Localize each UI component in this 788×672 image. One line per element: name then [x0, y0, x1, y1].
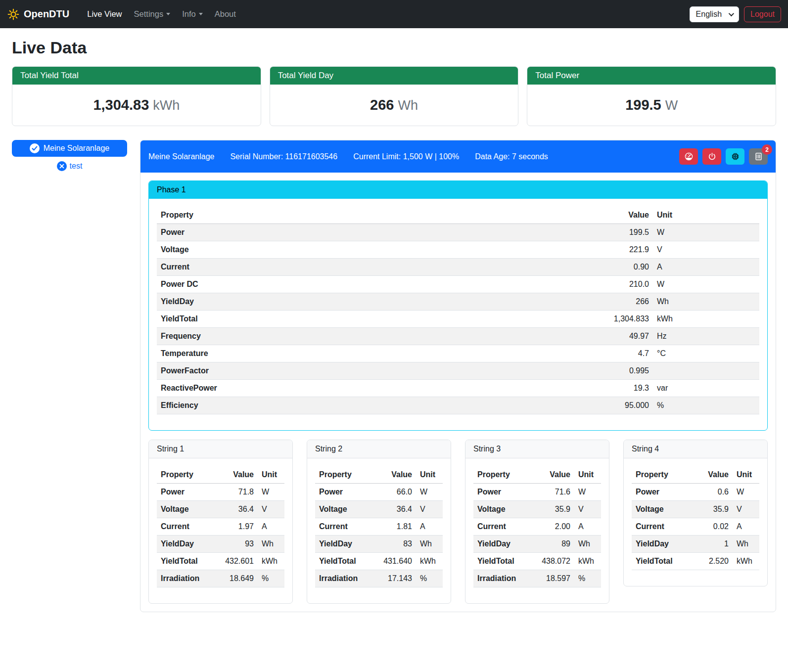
- inverter-select-label: Meine Solaranlage: [44, 144, 109, 153]
- property-cell: YieldDay: [157, 536, 215, 553]
- column-property: Property: [315, 466, 373, 484]
- summary-card-total-yield-day: Total Yield Day 266Wh: [270, 66, 519, 126]
- logout-button[interactable]: Logout: [744, 6, 781, 22]
- property-cell: Voltage: [632, 501, 690, 518]
- value-cell: 18.597: [532, 570, 574, 587]
- table-row: Irradiation18.597%: [473, 570, 601, 587]
- sun-icon: [7, 8, 20, 21]
- property-cell: Frequency: [157, 328, 589, 345]
- nav-item-info[interactable]: Info: [178, 5, 207, 23]
- unit-cell: A: [653, 259, 759, 276]
- value-cell: 95.000: [589, 397, 653, 414]
- chevron-down-icon: [199, 13, 203, 15]
- string-card-title: String 1: [149, 440, 292, 458]
- value-cell: 266: [589, 293, 653, 311]
- value-cell: 83: [373, 536, 416, 553]
- column-unit: Unit: [733, 466, 759, 484]
- property-cell: YieldTotal: [157, 311, 589, 328]
- language-select[interactable]: English: [690, 6, 739, 22]
- property-cell: Voltage: [315, 501, 373, 518]
- property-cell: PowerFactor: [157, 362, 589, 380]
- unit-cell: Hz: [653, 328, 759, 345]
- property-cell: Current: [632, 518, 690, 536]
- inverter-actions: 2: [679, 148, 768, 165]
- value-cell: 49.97: [589, 328, 653, 345]
- unit-cell: Wh: [258, 536, 284, 553]
- nav-item-about[interactable]: About: [211, 5, 240, 23]
- column-value: Value: [532, 466, 574, 484]
- table-header-row: Property Value Unit: [157, 466, 284, 484]
- table-row: YieldTotal1,304.833kWh: [157, 311, 759, 328]
- property-cell: YieldDay: [473, 536, 532, 553]
- column-unit: Unit: [574, 466, 601, 484]
- unit-cell: %: [416, 570, 443, 587]
- table-header-row: Property Value Unit: [632, 466, 759, 484]
- nav-item-settings[interactable]: Settings: [130, 5, 175, 23]
- value-cell: 18.649: [215, 570, 258, 587]
- unit-cell: V: [574, 501, 601, 518]
- property-cell: YieldDay: [632, 536, 690, 553]
- property-cell: YieldDay: [315, 536, 373, 553]
- check-circle-icon: [30, 143, 40, 153]
- event-log-button[interactable]: 2: [749, 148, 768, 165]
- nav-item-settings-label: Settings: [134, 9, 164, 19]
- unit-cell: [653, 362, 759, 380]
- value-cell: 0.02: [690, 518, 733, 536]
- phase-card: Phase 1 Property Value Unit Power199.5WV…: [148, 180, 768, 431]
- string-card-title: String 2: [307, 440, 451, 458]
- string-card-4: String 4 Property Value Unit: [623, 440, 768, 586]
- string-card-body: Property Value Unit Power71.6WVoltage35.…: [465, 458, 609, 603]
- value-cell: 19.3: [589, 380, 653, 397]
- table-row: YieldDay89Wh: [473, 536, 601, 553]
- summary-card-body: 199.5W: [527, 85, 776, 126]
- unit-cell: kWh: [653, 311, 759, 328]
- table-row: Irradiation17.143%: [315, 570, 443, 587]
- nav-item-live-view[interactable]: Live View: [83, 5, 126, 23]
- unit-cell: kWh: [258, 553, 284, 570]
- table-row: Power0.6W: [632, 484, 759, 501]
- inverter-section: Meine Solaranlage test Meine Solaranlage…: [12, 140, 776, 618]
- value-cell: 0.6: [690, 484, 733, 501]
- column-value: Value: [690, 466, 733, 484]
- nav-item-info-label: Info: [182, 9, 196, 19]
- unit-cell: W: [416, 484, 443, 501]
- property-cell: Current: [473, 518, 532, 536]
- unit-cell: V: [416, 501, 443, 518]
- unit-cell: W: [574, 484, 601, 501]
- column-unit: Unit: [653, 207, 759, 224]
- brand-label: OpenDTU: [24, 8, 69, 20]
- inverter-item-test[interactable]: test: [12, 161, 127, 171]
- summary-card-total-yield-total: Total Yield Total 1,304.83kWh: [12, 66, 261, 126]
- unit-cell: %: [574, 570, 601, 587]
- table-row: YieldDay93Wh: [157, 536, 284, 553]
- table-row: Efficiency95.000%: [157, 397, 759, 414]
- value-cell: 0.995: [589, 362, 653, 380]
- unit-cell: A: [416, 518, 443, 536]
- table-row: Power66.0W: [315, 484, 443, 501]
- summary-value: 266: [370, 97, 394, 113]
- value-cell: 221.9: [589, 241, 653, 259]
- property-cell: Power: [473, 484, 532, 501]
- value-cell: 36.4: [215, 501, 258, 518]
- string-card-title: String 3: [465, 440, 609, 458]
- inverter-select-button[interactable]: Meine Solaranlage: [12, 140, 127, 157]
- value-cell: 35.9: [690, 501, 733, 518]
- summary-value: 1,304.83: [93, 97, 149, 113]
- unit-cell: W: [653, 276, 759, 293]
- limit-settings-button[interactable]: [679, 148, 698, 165]
- table-row: Frequency49.97Hz: [157, 328, 759, 345]
- property-cell: YieldDay: [157, 293, 589, 311]
- brand[interactable]: OpenDTU: [7, 8, 69, 21]
- value-cell: 36.4: [373, 501, 416, 518]
- string-table-2: Property Value Unit Power66.0WVoltage36.…: [315, 466, 443, 587]
- navbar: OpenDTU Live View Settings Info About En…: [0, 0, 788, 28]
- device-info-button[interactable]: [726, 148, 744, 165]
- power-toggle-button[interactable]: [702, 148, 721, 165]
- value-cell: 71.6: [532, 484, 574, 501]
- value-cell: 2.00: [532, 518, 574, 536]
- property-cell: Temperature: [157, 345, 589, 362]
- value-cell: 432.601: [215, 553, 258, 570]
- column-value: Value: [373, 466, 416, 484]
- string-card-3: String 3 Property Value Unit: [465, 440, 609, 604]
- property-cell: Irradiation: [157, 570, 215, 587]
